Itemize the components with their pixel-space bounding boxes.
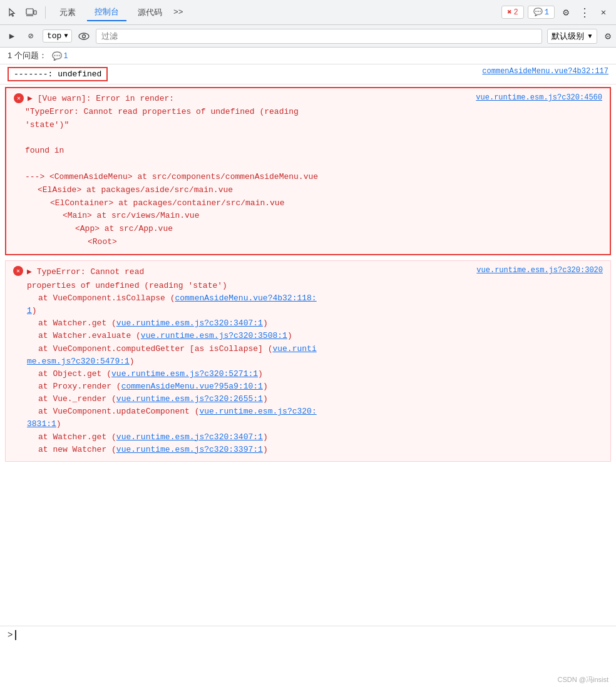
link-4b[interactable]: me.esm.js?c320:5479:1 (27, 357, 130, 366)
undef-line: -------: undefined commenAsideMenu.vue?4… (0, 64, 616, 84)
console-settings-icon[interactable]: ⚙ (605, 30, 611, 43)
issues-badge-count: 1 (64, 51, 68, 60)
link-6[interactable]: commenAsideMenu.vue?95a9:10:1 (121, 382, 263, 391)
error-body-1: "TypeError: Cannot read properties of un… (14, 106, 602, 249)
top-toolbar: 元素 控制台 源代码 >> ✖ 2 💬 1 ⚙ ⋮ ✕ (0, 0, 616, 25)
issues-badge-icon: 💬 (52, 51, 62, 61)
console-input-bar: > (0, 626, 616, 644)
context-dropdown[interactable]: top ▼ (43, 29, 72, 43)
error-line-0: properties of undefined (reading 'state'… (13, 280, 603, 292)
link-5[interactable]: vue.runtime.esm.js?c320:5271:1 (111, 369, 258, 379)
link-7[interactable]: vue.runtime.esm.js?c320:2655:1 (116, 394, 263, 404)
menu-icon[interactable]: ⋮ (577, 5, 592, 20)
tab-elements[interactable]: 元素 (52, 4, 83, 21)
level-label: 默认级别 (552, 31, 584, 42)
error-body-line-8: <Main> at src/views/Main.vue (25, 210, 602, 223)
error-line-10: at Watcher.get (vue.runtime.esm.js?c320:… (13, 431, 603, 444)
error-line-2: 1) (13, 305, 603, 317)
error-line-5: at VueComponent.computedGetter [as isCol… (13, 343, 603, 355)
chevron-down-icon2: ▼ (587, 33, 593, 39)
error-block-2: ✕ ▶ TypeError: Cannot read vue.runtime.e… (5, 260, 611, 462)
error-line-8: at Vue._render (vue.runtime.esm.js?c320:… (13, 393, 603, 405)
error-badge[interactable]: ✖ 2 (501, 6, 523, 19)
tab-console[interactable]: 控制台 (87, 4, 126, 21)
block-icon[interactable]: ⊘ (24, 29, 38, 43)
console-cursor[interactable] (15, 630, 16, 640)
close-icon[interactable]: ✕ (596, 5, 611, 20)
error-line-1: at VueComponent.isCollapse (commenAsideM… (13, 292, 603, 305)
link-9[interactable]: vue.runtime.esm.js?c320:3407:1 (116, 432, 263, 442)
error-line-7: at Proxy.render (commenAsideMenu.vue?95a… (13, 380, 603, 393)
error-line-6: at Object.get (vue.runtime.esm.js?c320:5… (13, 368, 603, 380)
error-row-header: ✕ ▶ TypeError: Cannot read vue.runtime.e… (13, 266, 603, 278)
toolbar-right: ✖ 2 💬 1 ⚙ ⋮ ✕ (501, 5, 611, 20)
svg-rect-0 (26, 9, 33, 14)
error-link-1[interactable]: vue.runtime.esm.js?c320:4560 (476, 93, 602, 102)
error-body-line-10: <Root> (25, 236, 602, 249)
link-1[interactable]: commenAsideMenu.vue?4b32:118: (175, 293, 316, 303)
error-line-11: at new Watcher (vue.runtime.esm.js?c320:… (13, 444, 603, 456)
issues-badge[interactable]: 💬 1 (52, 51, 68, 61)
chevron-down-icon: ▼ (64, 33, 68, 39)
error-body-line-9: <App> at src/App.vue (25, 223, 602, 236)
watermark: CSDN @冯insist (558, 675, 608, 684)
warn-count: 1 (545, 8, 549, 17)
error-link-2[interactable]: vue.runtime.esm.js?c320:3020 (476, 266, 603, 275)
tab-sources[interactable]: 源代码 (130, 4, 170, 21)
error-title-2: ▶ TypeError: Cannot read (27, 266, 144, 278)
error-line-3: at Watcher.get (vue.runtime.esm.js?c320:… (13, 317, 603, 330)
link-1b[interactable]: 1 (27, 306, 32, 315)
error-body-line-0: "TypeError: Cannot read properties of un… (25, 106, 602, 119)
device-icon[interactable] (24, 5, 39, 20)
run-icon[interactable]: ▶ (5, 29, 19, 43)
error-body-line-4 (25, 158, 602, 171)
error-body-line-6: <ElAside> at packages/aside/src/main.vue (25, 184, 602, 197)
eye-icon[interactable] (77, 29, 91, 43)
svg-point-3 (79, 33, 89, 39)
link-4[interactable]: vue.runti (272, 344, 316, 354)
warn-badge[interactable]: 💬 1 (528, 6, 555, 19)
undef-text: -------: undefined (8, 67, 108, 81)
error-icon-1: ✕ (14, 93, 24, 103)
error-header-1: ✕ ▶ [Vue warn]: Error in render: vue.run… (14, 93, 602, 103)
error-line-5b: me.esm.js?c320:5479:1) (13, 355, 603, 368)
error-count: 2 (514, 8, 518, 17)
context-label: top (47, 31, 61, 41)
error-body-line-2 (25, 132, 602, 145)
issues-label: 1 个问题： (8, 50, 47, 61)
error-line-4: at Watcher.evaluate (vue.runtime.esm.js?… (13, 330, 603, 342)
error-body-line-1: 'state')" (25, 119, 602, 132)
error-title-1: ▶ [Vue warn]: Error in render: (28, 93, 174, 103)
filter-input[interactable] (96, 29, 542, 44)
issues-bar: 1 个问题： 💬 1 (0, 48, 616, 64)
error-body-line-7: <ElContainer> at packages/container/src/… (25, 197, 602, 210)
more-tabs-button[interactable]: >> (173, 8, 183, 17)
error-body-line-3: found in (25, 145, 602, 158)
link-2[interactable]: vue.runtime.esm.js?c320:3407:1 (116, 318, 263, 328)
console-prompt: > (8, 630, 13, 640)
error-line-9b: 3831:1) (13, 418, 603, 430)
error-x-icon: ✖ (507, 8, 511, 17)
error-body-line-5: ---> <CommenAsideMenu> at src/components… (25, 171, 602, 184)
svg-point-4 (83, 34, 86, 38)
console-toolbar: ▶ ⊘ top ▼ 默认级别 ▼ ⚙ (0, 25, 616, 48)
error-row-left: ✕ ▶ TypeError: Cannot read (13, 266, 144, 278)
error-block-1: ✕ ▶ [Vue warn]: Error in render: vue.run… (5, 87, 611, 255)
error-icon-2: ✕ (13, 266, 23, 276)
link-3[interactable]: vue.runtime.esm.js?c320:3508:1 (141, 331, 287, 340)
error-line-9: at VueComponent.updateComponent (vue.run… (13, 405, 603, 418)
svg-rect-1 (34, 11, 36, 14)
link-8[interactable]: vue.runtime.esm.js?c320: (199, 407, 316, 416)
log-level-dropdown[interactable]: 默认级别 ▼ (547, 29, 597, 44)
undef-link[interactable]: commenAsideMenu.vue?4b32:117 (482, 67, 608, 76)
separator (45, 6, 46, 19)
warn-icon: 💬 (533, 8, 543, 17)
settings-icon[interactable]: ⚙ (558, 5, 573, 20)
link-10[interactable]: vue.runtime.esm.js?c320:3397:1 (116, 445, 263, 454)
link-8b[interactable]: 3831:1 (27, 419, 56, 429)
cursor-icon[interactable] (5, 5, 20, 20)
console-content: -------: undefined commenAsideMenu.vue?4… (0, 64, 616, 659)
